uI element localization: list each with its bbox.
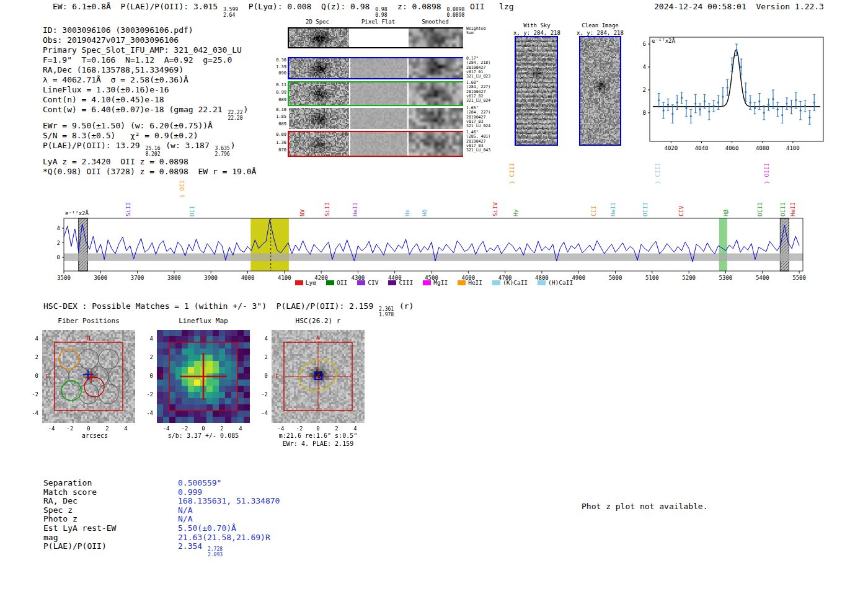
cutout-xtick: -2 [179, 425, 191, 432]
grid2d-row-weights: 0.101.85089 [273, 107, 286, 128]
stacked-uncertainty: 2.7282.093 [208, 547, 223, 558]
cutout-xtick: -2 [64, 425, 76, 432]
spacer [746, 2, 756, 11]
match-value: N/A [178, 505, 192, 515]
line-label-oiii: } OIII [764, 163, 769, 184]
match-label: P(LAE)/P(OII) [43, 542, 178, 551]
2d-spec-strip [289, 108, 349, 129]
fiber-positions-title: Fiber Positions [42, 317, 135, 325]
grid2d-row-meta: 0.17"(284, 218)20190427v017_01321_LU_023 [466, 56, 497, 79]
2d-spec-strip [289, 132, 349, 156]
svg-text:4020: 4020 [665, 145, 678, 151]
detection-info-block: ID: 3003096106 (3003096106.pdf) Obs: 201… [43, 25, 256, 177]
clean-image-coords: x, y: 284, 218 [572, 30, 629, 36]
hsc-r-overlay: NE [272, 330, 365, 423]
2d-spec-strip [289, 58, 349, 78]
match-label: Spec z [43, 506, 178, 515]
cutout-xtick: 4 [120, 425, 132, 432]
svg-text:2: 2 [643, 87, 646, 93]
cutout-xtick: -2 [293, 425, 306, 432]
match-row-score: Match score0.999 [43, 488, 280, 497]
legend-swatch [423, 280, 431, 285]
grid2d-cell-blank [350, 29, 407, 47]
grid2d-col-header: 2D Spec [290, 19, 345, 25]
pixel-flat-strip [350, 82, 407, 105]
with-sky-coords: x, y: 284, 218 [508, 30, 565, 36]
match-label: Photo z [43, 515, 178, 524]
svg-text:4: 4 [643, 64, 646, 70]
legend-item-heii: HeII [458, 279, 482, 286]
svg-text:e⁻¹⁷x2Å: e⁻¹⁷x2Å [65, 210, 89, 216]
info-line-redshifts: LyA z = 2.3420 OII z = 0.0898 [43, 157, 256, 167]
info-line-lineflux: LineFlux = 1.30(±0.16)e-16 [43, 85, 256, 95]
info-line-obs: Obs: 20190427v017_3003096106 [43, 35, 256, 45]
line-fit-chart: 024640204040406040804100e⁻¹⁷x2Å [632, 31, 831, 155]
svg-text:4040: 4040 [695, 145, 709, 151]
svg-text:E: E [161, 373, 164, 380]
hsc-r-title: HSC(26.2) r [272, 317, 365, 325]
lineflux-map-overlay: NE [157, 330, 250, 423]
cutout-xtick: 0 [312, 425, 324, 432]
line-label-h: Hγ [513, 210, 518, 216]
grid2d-row [288, 107, 463, 130]
cutout-xtick: 2 [216, 425, 228, 432]
cutout-xtick: 2 [330, 425, 343, 432]
legend-item-oii: OII [326, 279, 347, 286]
info-line-ewr: EWr = 9.50(±1.50) (w: 6.20(±0.75))Å [43, 121, 256, 131]
cutout-ytick: 0 [141, 373, 153, 379]
smoothed-strip [409, 29, 463, 47]
line-label-oii: } OII [179, 180, 185, 198]
svg-text:N: N [316, 335, 319, 341]
match-row-separation: Separation0.500559" [43, 479, 280, 488]
hsc-dex-matches-line: HSC-DEX : Possible Matches = 1 (within +… [43, 301, 414, 318]
header-timestamp-version: 2024-12-24 00:58:01 Version 1.22.3 [654, 2, 824, 11]
with-sky-cutout [515, 36, 558, 146]
info-line-sn-chi2: S/N = 8.3(±0.5) χ² = 0.9(±0.2) [43, 131, 256, 141]
info-line-id: ID: 3003096106 (3003096106.pdf) [43, 25, 256, 35]
report-timestamp: 2024-12-24 00:58:01 [654, 2, 746, 11]
svg-text:N: N [87, 335, 90, 341]
cutout-ytick: 0 [26, 373, 38, 379]
cutout-xtick: 4 [234, 425, 247, 432]
legend-swatch [458, 280, 466, 285]
grid2d-col-header: Pixel Flat [350, 19, 406, 25]
match-row-radec: RA, Dec168.135631, 51.334870 [43, 497, 280, 506]
match-label: RA, Dec [43, 497, 178, 506]
legend-label: OII [337, 279, 347, 286]
line-label-siii: SiII [125, 202, 131, 216]
svg-text:0: 0 [57, 254, 60, 260]
cutout-xtick: 0 [82, 425, 95, 432]
match-value: 2.354 2.7282.093 [178, 541, 223, 551]
match-label: Match score [43, 488, 178, 497]
info-line-seeing: F=1.9" T=0.166 N=1.12 A=0.92 g=25.0 [43, 55, 256, 65]
spectrum-legend: LyαOIICIVCIIIMgIIHeII(K)CaII(H)CaII [0, 279, 868, 286]
info-line-contn: Cont(n) = 4.10(±0.45)e-18 [43, 95, 256, 105]
line-label-oiii: OIII [780, 202, 786, 216]
cutout-ytick: -2 [26, 391, 38, 398]
legend-item-ly: Lyα [295, 279, 316, 286]
stacked-uncertainty: 2.3611.978 [379, 307, 394, 318]
grid2d-row-meta: 1.60"(284, 227)20190427v017_02321_LU_024 [466, 81, 497, 103]
grid2d-row-meta: WeightedSum [466, 27, 497, 36]
grid2d-row [288, 81, 463, 106]
cutout-xtick: -4 [45, 425, 58, 432]
legend-label: CIII [399, 279, 413, 286]
svg-text:2: 2 [57, 240, 60, 246]
line-label-ciii: } CIII [509, 163, 515, 184]
legend-item-mgii: MgII [423, 279, 448, 286]
svg-text:e⁻¹⁷x2Å: e⁻¹⁷x2Å [652, 37, 676, 44]
cutout-ytick: -4 [255, 410, 268, 416]
legend-swatch [326, 280, 334, 285]
svg-text:0: 0 [643, 110, 646, 116]
match-row-mag: mag21.63(21.58,21.69)R [43, 533, 280, 543]
legend-swatch [492, 280, 500, 285]
grid2d-row-meta: 1.46"(285, 401)20190427v017_03321_LU_043 [466, 130, 497, 153]
smoothed-strip [409, 108, 463, 129]
legend-label: Lyα [306, 279, 316, 286]
cutout-xtick: -4 [160, 425, 172, 432]
grid2d-row [288, 131, 463, 157]
match-row-restew: Est LyA rest-EW5.50(±0.70)Å [43, 524, 280, 533]
with-sky-image [516, 37, 557, 144]
svg-text:4080: 4080 [756, 145, 769, 151]
hsc-caption2: EWr: 4. PLAE: 2.159 [259, 440, 377, 447]
